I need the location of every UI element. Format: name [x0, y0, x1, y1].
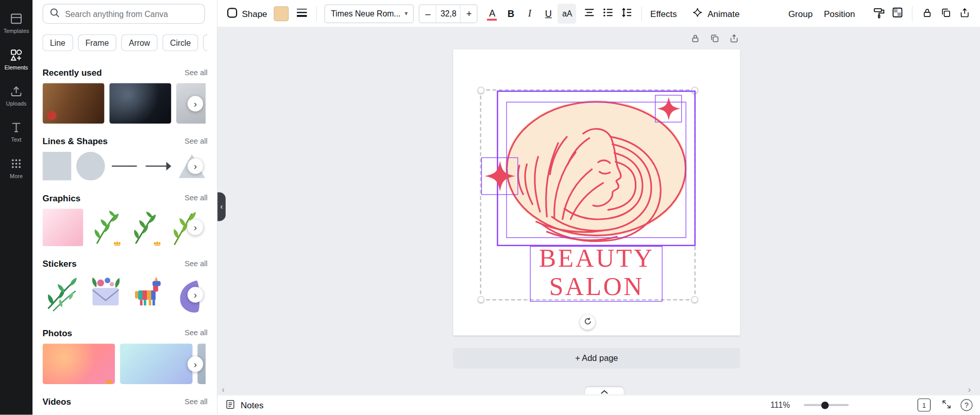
arrow-shape[interactable] — [144, 152, 173, 181]
canvas-area[interactable]: BEAUTY SALON + Add page ‹ › — [217, 27, 980, 394]
duplicate-icon — [709, 33, 720, 45]
square-shape[interactable] — [42, 152, 71, 181]
spacing-button[interactable] — [618, 4, 636, 24]
sparkle-element-top-right[interactable] — [655, 95, 682, 122]
help-button[interactable]: ? — [960, 399, 972, 411]
rail-item-uploads[interactable]: Uploads — [0, 77, 32, 113]
uploads-icon — [9, 84, 23, 98]
export-page-button[interactable] — [728, 34, 739, 45]
panel-collapse-button[interactable]: ‹ — [217, 193, 226, 221]
font-size-increase-button[interactable]: + — [461, 5, 478, 22]
envelope-flowers-sticker[interactable] — [86, 274, 125, 316]
effects-button[interactable]: Effects — [647, 4, 680, 24]
alignment-button[interactable] — [580, 4, 599, 24]
border-style-button[interactable] — [293, 4, 311, 24]
duplicate-page-button[interactable] — [709, 34, 720, 45]
text-element-selection[interactable] — [530, 246, 663, 302]
rail-item-elements[interactable]: Elements — [0, 41, 32, 77]
copy-style-button[interactable] — [869, 4, 888, 24]
lock-page-button[interactable] — [689, 34, 701, 45]
see-all-graphics[interactable]: See all — [184, 194, 208, 202]
add-page-button[interactable]: + Add page — [453, 348, 740, 369]
line-shape[interactable] — [110, 152, 139, 181]
font-family-select[interactable]: Times Neue Rom... ▾ — [325, 4, 414, 23]
chevron-right-button[interactable]: › — [188, 356, 203, 371]
rail-item-more[interactable]: More — [0, 150, 32, 186]
rail-item-text[interactable]: Text — [0, 114, 32, 150]
scroll-left-button[interactable]: ‹ — [219, 385, 228, 393]
list-button[interactable] — [599, 4, 618, 24]
italic-button[interactable]: I — [520, 4, 539, 24]
chip-square[interactable]: Square — [204, 34, 208, 51]
text-color-button[interactable]: A — [483, 4, 501, 24]
expand-bottom-panel-button[interactable] — [585, 387, 623, 395]
zoom-slider[interactable] — [804, 404, 849, 406]
lock-button[interactable] — [918, 4, 936, 24]
notes-icon — [225, 399, 236, 411]
animate-label: Animate — [707, 8, 739, 18]
fullscreen-icon — [941, 399, 952, 411]
page-indicator-button[interactable]: 1 — [918, 399, 931, 411]
zoom-slider-knob[interactable] — [821, 401, 829, 409]
resize-handle-bottom-right[interactable] — [691, 296, 698, 303]
export-button[interactable] — [955, 4, 973, 24]
uppercase-button[interactable]: aA — [558, 4, 577, 24]
leaf-branch-graphic[interactable] — [128, 209, 163, 246]
circle-shape[interactable] — [76, 152, 105, 181]
resize-handle-top-left[interactable] — [478, 87, 484, 94]
rail-item-label: More — [10, 173, 23, 179]
leaf-branch-graphic[interactable] — [88, 209, 123, 246]
chip-circle[interactable]: Circle — [162, 34, 198, 51]
more-apps-icon — [9, 157, 23, 170]
scroll-right-button[interactable]: › — [965, 385, 974, 393]
recent-photo-wood[interactable] — [42, 83, 104, 124]
teal-gradient-photo[interactable] — [120, 343, 193, 384]
pink-gradient-graphic[interactable] — [42, 209, 83, 246]
chip-arrow[interactable]: Arrow — [121, 34, 157, 51]
transparency-button[interactable] — [888, 4, 907, 24]
pro-crown-icon — [153, 238, 161, 244]
see-all-photos[interactable]: See all — [184, 328, 208, 337]
shape-label: Shape — [242, 8, 267, 18]
rail-item-templates[interactable]: Templates — [0, 5, 32, 41]
fill-color-swatch[interactable] — [274, 6, 289, 21]
recent-photo-dark[interactable] — [109, 83, 171, 124]
duplicate-button[interactable] — [936, 4, 955, 24]
search-input[interactable] — [65, 9, 198, 19]
shape-button[interactable]: Shape — [224, 4, 270, 24]
see-all-stickers[interactable]: See all — [184, 259, 208, 268]
section-title: Photos — [42, 328, 72, 338]
bold-button[interactable]: B — [501, 4, 520, 24]
group-button[interactable]: Group — [783, 4, 818, 24]
sparkle-element-left[interactable] — [481, 158, 518, 195]
section-title: Lines & Shapes — [42, 136, 107, 146]
pro-crown-icon — [113, 238, 122, 244]
leaves-sticker[interactable] — [42, 274, 81, 316]
underline-button[interactable]: U — [539, 4, 557, 24]
toolbar-right: Group Position — [783, 4, 974, 24]
chip-frame[interactable]: Frame — [78, 34, 116, 51]
border-style-icon — [297, 7, 308, 20]
resize-handle-bottom-left[interactable] — [478, 296, 484, 303]
section-title: Stickers — [42, 258, 76, 268]
shapes-row: › — [42, 152, 206, 181]
see-all-videos[interactable]: See all — [184, 397, 208, 406]
font-size-decrease-button[interactable]: – — [420, 5, 436, 22]
see-all-recent[interactable]: See all — [184, 68, 208, 77]
rotate-handle[interactable] — [580, 315, 595, 330]
text-color-letter: A — [489, 8, 495, 17]
share-export-icon — [729, 33, 739, 45]
position-button[interactable]: Position — [818, 4, 860, 24]
fullscreen-button[interactable] — [939, 398, 953, 412]
chevron-right-button[interactable]: › — [188, 158, 203, 174]
chevron-right-button[interactable]: › — [188, 96, 203, 111]
rotate-icon — [583, 317, 592, 327]
notes-button[interactable]: Notes — [225, 399, 264, 411]
chip-line[interactable]: Line — [42, 34, 73, 51]
chevron-right-button[interactable]: › — [188, 287, 203, 302]
pinata-sticker[interactable] — [130, 274, 168, 316]
see-all-shapes[interactable]: See all — [184, 137, 208, 146]
orange-gradient-photo[interactable] — [42, 343, 115, 384]
chevron-right-button[interactable]: › — [188, 219, 203, 235]
animate-button[interactable]: Animate — [689, 4, 743, 24]
